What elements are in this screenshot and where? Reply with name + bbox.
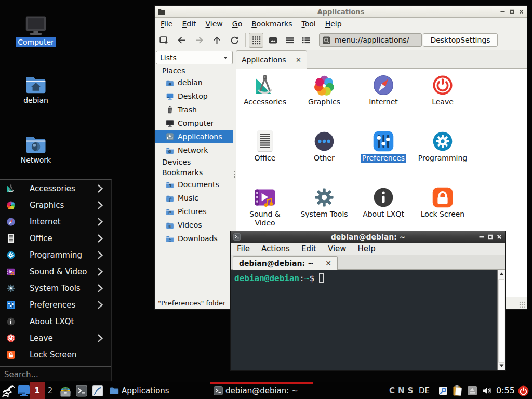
- fm-sidebar-row[interactable]: Videos: [155, 218, 233, 232]
- fm-sidebar-row[interactable]: Bookmarks: [155, 167, 233, 178]
- fm-sidebar-row[interactable]: Places: [155, 65, 233, 76]
- win-close-icon[interactable]: [497, 234, 502, 240]
- fm-sidebar-row[interactable]: debian: [155, 76, 233, 89]
- menu-item[interactable]: Sound & Video: [0, 263, 111, 280]
- fm-sidebar-row[interactable]: Applications: [155, 130, 233, 143]
- tray-button[interactable]: [452, 385, 463, 396]
- fm-sidebar-row[interactable]: Downloads: [155, 232, 233, 245]
- menu-item[interactable]: Accessories: [0, 180, 111, 197]
- fm-view-button[interactable]: [282, 33, 297, 48]
- task-button-applications[interactable]: Applications: [107, 382, 209, 399]
- fm-view-button[interactable]: [265, 33, 280, 48]
- fm-view-button[interactable]: [299, 33, 313, 48]
- fm-toolbar-button[interactable]: [157, 33, 170, 47]
- fm-sidebar-row[interactable]: Music: [155, 191, 233, 205]
- clock[interactable]: 0:55: [496, 385, 515, 395]
- keyboard-layout[interactable]: DE: [419, 386, 430, 395]
- win-close-icon[interactable]: [519, 9, 524, 14]
- menu-item[interactable]: Preferences: [0, 297, 111, 313]
- win-min-icon[interactable]: [479, 234, 484, 240]
- fm-grid-item[interactable]: Internet: [356, 72, 410, 128]
- quick-launch-button[interactable]: [59, 384, 72, 397]
- menu-item[interactable]: System Tools: [0, 280, 111, 297]
- menu-item[interactable]: Graphics: [0, 197, 111, 214]
- terminal-tab-close-icon[interactable]: ✕: [325, 259, 331, 268]
- fm-sidebar-row[interactable]: Devices: [155, 157, 233, 167]
- tray-button[interactable]: [481, 385, 492, 396]
- menu-item[interactable]: Lock Screen: [0, 347, 111, 363]
- fm-menu-item[interactable]: File: [156, 19, 177, 29]
- terminal-menu-item[interactable]: File: [237, 243, 256, 255]
- fm-grid-item[interactable]: Leave: [416, 72, 470, 128]
- fm-menu-item[interactable]: Tool: [297, 19, 320, 29]
- fm-sidebar-row[interactable]: Pictures: [155, 205, 233, 218]
- menu-item[interactable]: Internet: [0, 214, 111, 230]
- fm-menu-item[interactable]: Go: [228, 19, 247, 29]
- fm-sidebar-row[interactable]: Desktop: [155, 89, 233, 103]
- menu-item[interactable]: About LXQt: [0, 313, 111, 330]
- fm-sidebar-row[interactable]: Trash: [155, 103, 233, 116]
- tray-button[interactable]: [467, 385, 477, 396]
- application-menu: Accessories Graphics Internet Office Pro…: [0, 179, 112, 381]
- fm-titlebar[interactable]: Applications: [155, 6, 527, 18]
- terminal-menu-item[interactable]: Help: [358, 243, 381, 255]
- start-menu-button[interactable]: [2, 384, 15, 397]
- desktop-icon[interactable]: Network: [5, 131, 67, 165]
- fm-path-field[interactable]: menu://applications/: [319, 33, 422, 47]
- terminal-menu-item[interactable]: Actions: [261, 243, 296, 255]
- desktop-icon[interactable]: debian: [5, 72, 67, 105]
- fm-grid-item[interactable]: Accessories: [238, 72, 292, 128]
- quick-launch-button[interactable]: [75, 384, 88, 397]
- scroll-down-button[interactable]: [498, 361, 505, 370]
- fm-sidebar-row[interactable]: Documents: [155, 178, 233, 191]
- quick-launch-button[interactable]: [91, 384, 104, 397]
- fm-grid-item[interactable]: Programming: [416, 128, 470, 184]
- fm-menu-item[interactable]: Help: [321, 19, 347, 29]
- win-min-icon[interactable]: [500, 9, 505, 14]
- fm-grid-item[interactable]: Other: [297, 128, 351, 184]
- fm-toolbar-button[interactable]: [210, 33, 223, 47]
- terminal-scrollbar[interactable]: [497, 270, 505, 370]
- fm-tab-close-icon[interactable]: ✕: [296, 56, 301, 64]
- fm-sidebar-combo[interactable]: Lists: [156, 51, 233, 64]
- fm-sidebar-row[interactable]: Network: [155, 143, 233, 157]
- fm-menu-item[interactable]: Bookmarks: [247, 19, 297, 29]
- fm-grid-item-label: Preferences: [361, 154, 406, 163]
- fm-view-button[interactable]: [249, 33, 263, 48]
- fm-sidebar-row-label: Trash: [178, 105, 197, 114]
- keyboard-indicator[interactable]: CNS: [389, 386, 416, 395]
- fm-tab-applications[interactable]: Applications ✕: [236, 50, 307, 69]
- menu-item[interactable]: Office: [0, 230, 111, 247]
- terminal-titlebar[interactable]: debian@debian: ~: [231, 231, 505, 243]
- task-button-terminal[interactable]: debian@debian: ~: [210, 382, 313, 399]
- power-button[interactable]: [517, 385, 529, 396]
- cat-about-icon: [372, 186, 395, 209]
- workspace-1-button[interactable]: 1: [30, 382, 45, 399]
- fm-grid-item[interactable]: Preferences: [356, 128, 410, 184]
- win-max-icon[interactable]: [488, 234, 493, 240]
- resize-grip-icon[interactable]: [519, 301, 526, 308]
- fm-menu-item[interactable]: View: [201, 19, 228, 29]
- menu-item[interactable]: Leave: [0, 330, 111, 347]
- terminal-menu-item[interactable]: Edit: [301, 243, 322, 255]
- fm-grid-item[interactable]: Graphics: [297, 72, 351, 128]
- tray-button[interactable]: [437, 385, 448, 396]
- show-desktop-button[interactable]: [17, 384, 30, 397]
- fm-menu-item[interactable]: Edit: [177, 19, 201, 29]
- terminal-menu-item[interactable]: View: [328, 243, 352, 255]
- workspace-2-button[interactable]: 2: [45, 382, 56, 399]
- fm-grid-item[interactable]: Office: [238, 128, 292, 184]
- menu-search-field[interactable]: Search...: [0, 367, 111, 382]
- fm-toolbar-button[interactable]: [228, 33, 241, 47]
- win-max-icon[interactable]: [510, 9, 514, 14]
- desktop-icon[interactable]: Computer: [5, 14, 67, 47]
- scrollbar-thumb[interactable]: [498, 279, 504, 363]
- fm-toolbar-button[interactable]: [192, 33, 206, 47]
- menu-item[interactable]: Programming: [0, 247, 111, 263]
- fm-toolbar-button[interactable]: [175, 33, 188, 47]
- scroll-up-button[interactable]: [498, 270, 505, 278]
- fm-path-button[interactable]: DesktopSettings: [423, 33, 498, 47]
- fm-sidebar-row[interactable]: Computer: [155, 116, 233, 130]
- terminal-tab[interactable]: debian@debian: ~ ✕: [233, 256, 338, 270]
- terminal-screen[interactable]: debian@debian:~$: [231, 270, 497, 370]
